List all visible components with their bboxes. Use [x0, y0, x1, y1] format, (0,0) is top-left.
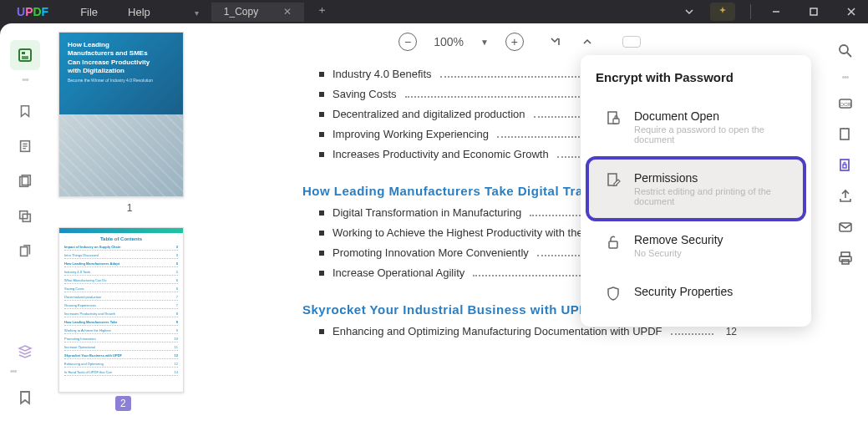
svg-text:OCR: OCR	[840, 102, 851, 107]
thumb-text: Can Increase Productivity	[68, 58, 150, 66]
popup-item-security-properties[interactable]: Security Properties	[589, 273, 803, 315]
left-toolbar: ••• •••	[0, 23, 50, 421]
svg-rect-1	[810, 8, 817, 15]
crop-icon[interactable]	[836, 125, 855, 144]
thumbnail-panel: How Leading Manufacturers and SMEs Can I…	[50, 23, 217, 421]
toc-entry-text: Increase Operational Agility	[332, 266, 464, 279]
svg-rect-24	[840, 256, 851, 261]
zoom-in-button[interactable]: +	[505, 33, 524, 51]
svg-rect-14	[21, 247, 28, 256]
svg-rect-12	[20, 211, 28, 219]
svg-rect-19	[840, 129, 849, 139]
zoom-level: 100%	[434, 35, 464, 48]
ocr-icon[interactable]: OCR	[836, 94, 855, 113]
toc-entry-text: Increases Productivity and Economic Grow…	[332, 148, 549, 160]
popup-item-desc: No Security	[634, 248, 723, 258]
document-lock-icon	[604, 109, 622, 128]
bullet-icon	[319, 112, 324, 117]
ai-sparkle-icon[interactable]	[710, 3, 735, 21]
thumbnail-number: 1	[58, 197, 201, 219]
svg-rect-27	[613, 119, 619, 124]
section-heading: How Leading Manufacturers Take Digital T…	[302, 184, 628, 198]
popup-item-desc: Require a password to open the document	[634, 124, 788, 145]
share-icon[interactable]	[836, 187, 855, 205]
right-toolbar: ••• OCR	[822, 23, 868, 421]
layers-tool-icon[interactable]	[10, 201, 40, 231]
svg-rect-3	[22, 52, 25, 54]
toc-page-num: 12	[722, 326, 737, 337]
svg-rect-29	[609, 241, 617, 248]
toc-entry-text: Industry 4.0 Benefits	[332, 68, 432, 80]
popup-title: Encrypt with Password	[581, 67, 811, 94]
bullet-icon	[319, 251, 324, 256]
maximize-button[interactable]	[797, 0, 830, 23]
tab-close-icon[interactable]: ✕	[283, 6, 292, 18]
thumbnail-page-1[interactable]: How Leading Manufacturers and SMEs Can I…	[58, 32, 201, 219]
zoom-dropdown-icon[interactable]: ▼	[480, 38, 489, 47]
layers-stack-icon[interactable]	[10, 337, 40, 367]
page-input[interactable]	[622, 36, 641, 48]
thumb-text: How Leading	[68, 41, 109, 48]
popup-item-label: Document Open	[634, 109, 788, 123]
bookmark-icon[interactable]	[10, 383, 40, 413]
annotations-icon[interactable]	[10, 131, 40, 161]
bullet-icon	[319, 231, 324, 236]
bookmark-tool-icon[interactable]	[10, 96, 40, 126]
tab-pinned[interactable]: ▾	[182, 3, 211, 22]
thumbnail-page-2[interactable]: Table of Contents Impact of Industry on …	[58, 227, 201, 411]
print-icon[interactable]	[836, 249, 855, 267]
encrypt-popup: Encrypt with Password Document Open Requ…	[581, 55, 811, 327]
rail-separator: •••	[842, 73, 849, 82]
popup-item-label: Permissions	[634, 171, 788, 185]
svg-rect-2	[19, 49, 31, 61]
title-bar: UPDF File Help ▾ 1_Copy ✕ ＋	[0, 0, 868, 23]
attachments-icon[interactable]	[10, 166, 40, 196]
document-edit-icon	[604, 171, 622, 190]
svg-rect-22	[840, 223, 851, 231]
new-tab-button[interactable]: ＋	[304, 3, 340, 22]
popup-item-desc: Restrict editing and printing of the doc…	[634, 186, 788, 206]
svg-rect-13	[23, 214, 30, 221]
thumb-text: Table of Contents	[64, 236, 178, 241]
thumb-text: Manufacturers and SMEs	[68, 49, 148, 57]
rail-separator: •••	[22, 75, 28, 84]
toc-entry-text: Digital Transformation in Manufacturing	[332, 206, 521, 219]
email-icon[interactable]	[836, 218, 855, 236]
thumbnail-number-selected: 2	[115, 396, 131, 411]
bullet-icon	[319, 72, 324, 77]
shield-icon	[604, 285, 622, 303]
prev-page-icon[interactable]	[581, 36, 593, 48]
menu-file[interactable]: File	[65, 6, 113, 18]
copy-tool-icon[interactable]	[10, 236, 40, 266]
toc-entry-text: Saving Costs	[332, 88, 397, 100]
protect-icon[interactable]	[836, 156, 855, 175]
bullet-icon	[319, 132, 324, 137]
bullet-icon	[319, 210, 324, 216]
unlock-icon	[604, 233, 622, 251]
thumb-text: Become the Winner of Industry 4.0 Revolu…	[68, 78, 153, 83]
popup-item-label: Remove Security	[634, 233, 723, 246]
popup-item-remove-security[interactable]: Remove Security No Security	[589, 221, 803, 270]
popup-item-permissions[interactable]: Permissions Restrict editing and printin…	[589, 160, 803, 218]
toc-entry[interactable]: Enhancing and Optimizing Manufacturing D…	[319, 325, 737, 337]
tab-title: 1_Copy	[224, 6, 258, 18]
thumbnails-icon[interactable]	[10, 40, 40, 70]
bullet-icon	[319, 92, 324, 97]
close-button[interactable]	[835, 0, 868, 23]
rail-separator: •••	[10, 367, 40, 376]
minimize-button[interactable]	[759, 0, 793, 23]
bullet-icon	[319, 152, 324, 157]
svg-line-16	[847, 53, 851, 57]
menu-help[interactable]: Help	[113, 6, 165, 18]
first-page-icon[interactable]	[549, 36, 561, 48]
popup-item-document-open[interactable]: Document Open Require a password to open…	[589, 98, 803, 156]
bullet-icon	[319, 271, 324, 276]
dropdown-icon[interactable]	[673, 0, 706, 23]
popup-item-label: Security Properties	[634, 285, 733, 298]
zoom-out-button[interactable]: −	[398, 33, 417, 51]
toc-entry-text: Promoting Innovation More Conveniently	[332, 246, 529, 259]
svg-rect-21	[843, 165, 846, 168]
search-icon[interactable]	[836, 42, 855, 60]
tab-document[interactable]: 1_Copy ✕	[211, 3, 304, 22]
svg-point-15	[840, 45, 848, 53]
